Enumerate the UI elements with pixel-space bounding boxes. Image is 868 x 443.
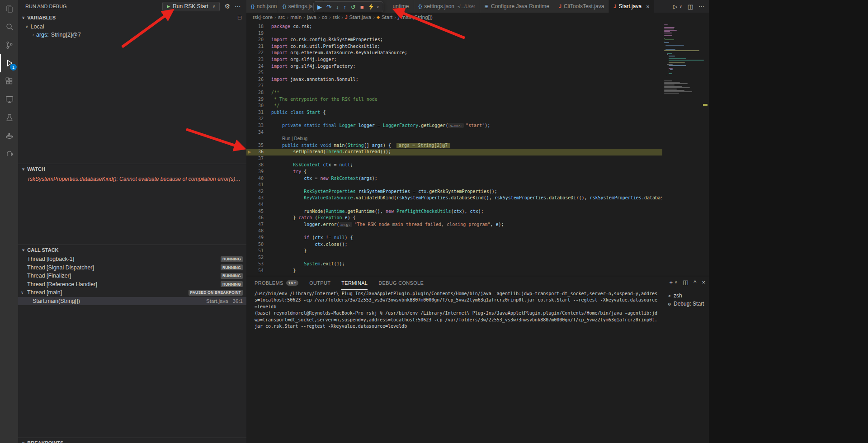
step-over-button[interactable]: ↷: [326, 4, 331, 10]
code-line-46[interactable]: 46 } catch (Exception e) {: [246, 215, 662, 222]
call-stack-thread[interactable]: Thread [Finalizer]RUNNING: [18, 272, 246, 280]
code-line-30[interactable]: 30 */: [246, 103, 662, 109]
code-line-21[interactable]: 21import co.rsk.util.PreflightChecksUtil…: [246, 43, 662, 50]
more-actions-icon[interactable]: ⋯: [235, 3, 241, 10]
chevron-down-icon[interactable]: ∨: [675, 280, 677, 284]
hot-code-replace-button[interactable]: [368, 4, 374, 10]
continue-button[interactable]: ▶: [317, 4, 322, 10]
more-actions-icon[interactable]: ⋯: [698, 3, 704, 10]
run-file-button[interactable]: ▷: [673, 3, 678, 10]
watch-section-header[interactable]: ∨ WATCH: [18, 164, 246, 174]
code-line-50[interactable]: 50 ctx.close();: [246, 241, 662, 248]
call-stack-thread[interactable]: Thread [Signal Dispatcher]RUNNING: [18, 264, 246, 272]
split-editor-icon[interactable]: ◫: [688, 3, 693, 10]
code-line-31[interactable]: 31public class Start {: [246, 109, 662, 116]
tab-start-java[interactable]: JStart.java×: [609, 0, 654, 13]
code-line-34[interactable]: 34: [246, 129, 662, 136]
code-editor[interactable]: 18package co.rsk;1920import co.rsk.confi…: [246, 22, 709, 276]
panel-tab-debug-console[interactable]: DEBUG CONSOLE: [378, 276, 424, 290]
code-line-29[interactable]: 29 * The entrypoint for the RSK full nod…: [246, 96, 662, 103]
panel-tab-output[interactable]: OUTPUT: [309, 276, 330, 290]
code-line-38[interactable]: 38 RskContext ctx = null;: [246, 162, 662, 169]
new-terminal-icon[interactable]: +: [670, 279, 673, 286]
code-line-25[interactable]: 25: [246, 70, 662, 76]
panel-tab-problems[interactable]: PROBLEMS1K+: [255, 276, 298, 290]
run-config-dropdown[interactable]: ▶ Run RSK Start ∨: [162, 2, 220, 11]
code-line-54[interactable]: 54 }: [246, 268, 662, 274]
breadcrumb-item[interactable]: JStart.java: [345, 14, 371, 20]
minimap[interactable]: [662, 24, 702, 94]
variables-section-header[interactable]: ∨ VARIABLES ⊟: [18, 13, 246, 23]
split-terminal-icon[interactable]: ◫: [683, 279, 688, 286]
activity-bar-docker[interactable]: [0, 127, 18, 145]
terminal-list-item[interactable]: ⚙Debug: Start: [664, 300, 709, 308]
activity-bar-source-control[interactable]: [0, 36, 18, 54]
current-line-arrow-icon[interactable]: ▷: [248, 149, 251, 156]
code-line-45[interactable]: 45 runNode(Runtime.getRuntime(), new Pre…: [246, 208, 662, 215]
close-icon[interactable]: ×: [646, 3, 650, 10]
code-line-43[interactable]: 43 KeyValueDataSource.validateDbKind(rsk…: [246, 195, 662, 202]
code-line-26[interactable]: 26import javax.annotation.Nonnull;: [246, 76, 662, 83]
terminal-output[interactable]: /usr/bin/env /Library/Internet\ Plug-Ins…: [255, 291, 660, 330]
call-stack-frame[interactable]: Start.main(String[])Start.java36:1: [18, 297, 246, 306]
code-line-27[interactable]: 27: [246, 83, 662, 90]
call-stack-thread[interactable]: ∨Thread [main]PAUSED ON BREAKPOINT: [18, 288, 246, 297]
code-line-20[interactable]: 20import co.rsk.config.RskSystemProperti…: [246, 37, 662, 43]
code-line-19[interactable]: 19: [246, 30, 662, 37]
step-into-button[interactable]: ↓: [336, 4, 339, 10]
code-line-44[interactable]: 44: [246, 202, 662, 208]
call-stack-section-header[interactable]: ∨ CALL STACK: [18, 245, 246, 255]
code-line-37[interactable]: 37: [246, 156, 662, 162]
activity-bar-gradle[interactable]: [0, 145, 18, 163]
chevron-down-icon[interactable]: ∨: [377, 5, 379, 9]
code-line-41[interactable]: 41: [246, 182, 662, 189]
breadcrumb-item[interactable]: rskj-core: [253, 14, 273, 20]
activity-bar-extensions[interactable]: [0, 72, 18, 90]
gear-icon[interactable]: ⚙: [224, 3, 230, 10]
code-lens-run-debug[interactable]: Run | Debug: [271, 136, 307, 141]
breadcrumb-item[interactable]: ◆Start: [377, 14, 392, 20]
code-line-49[interactable]: 49 if (ctx != null) {: [246, 235, 662, 241]
step-out-button[interactable]: ↑: [343, 4, 346, 10]
code-line-35[interactable]: 35 public static void main(String[] args…: [246, 142, 662, 149]
code-line-24[interactable]: 24import org.slf4j.LoggerFactory;: [246, 63, 662, 70]
code-line-22[interactable]: 22import org.ethereum.datasource.KeyValu…: [246, 50, 662, 57]
code-line-28[interactable]: 28/**: [246, 90, 662, 96]
code-lens-row[interactable]: Run | Debug: [246, 136, 662, 142]
code-line-42[interactable]: 42 RskSystemProperties rskSystemProperti…: [246, 189, 662, 195]
watch-expression[interactable]: rskSystemProperties.databaseKind(): Cann…: [28, 176, 242, 182]
activity-bar-testing[interactable]: [0, 108, 18, 127]
variables-scope-local[interactable]: ∨ Local: [18, 23, 246, 31]
code-line-18[interactable]: 18package co.rsk;: [246, 24, 662, 30]
activity-bar-explorer[interactable]: [0, 0, 18, 18]
code-line-48[interactable]: 48: [246, 228, 662, 235]
terminal-list-item[interactable]: >zsh: [664, 292, 709, 300]
breadcrumb-item[interactable]: java: [307, 14, 316, 20]
tab-settings-json[interactable]: {}settings.json~/.../User: [414, 0, 480, 13]
stop-button[interactable]: ■: [360, 4, 364, 10]
code-line-23[interactable]: 23import org.slf4j.Logger;: [246, 57, 662, 63]
code-line-36[interactable]: ▷36 setUpThread(Thread.currentThread());: [246, 149, 662, 156]
breadcrumb-item[interactable]: src: [278, 14, 285, 20]
call-stack-thread[interactable]: Thread [Reference Handler]RUNNING: [18, 280, 246, 289]
code-line-40[interactable]: 40 ctx = new RskContext(args);: [246, 175, 662, 182]
activity-bar-run-and-debug[interactable]: 1: [0, 54, 18, 72]
code-line-32[interactable]: 32: [246, 116, 662, 123]
breadcrumb-item[interactable]: main: [290, 14, 302, 20]
breakpoints-section-header[interactable]: ∨ BREAKPOINTS: [18, 438, 246, 443]
activity-bar-remote-explorer[interactable]: [0, 90, 18, 108]
code-line-33[interactable]: 33 private static final Logger logger = …: [246, 123, 662, 129]
panel-tab-terminal[interactable]: TERMINAL: [341, 276, 368, 290]
breadcrumb-item[interactable]: rsk: [333, 14, 340, 20]
variable-args[interactable]: › args: String[2]@7: [18, 31, 246, 39]
chevron-down-icon[interactable]: ∨: [679, 5, 682, 9]
maximize-panel-icon[interactable]: ^: [693, 279, 696, 286]
code-line-52[interactable]: 52: [246, 254, 662, 261]
call-stack-thread[interactable]: Thread [logback-1]RUNNING: [18, 255, 246, 264]
tab-configure-java-runtime[interactable]: ⊞Configure Java Runtime: [480, 0, 554, 13]
code-line-39[interactable]: 39 try {: [246, 169, 662, 175]
code-line-53[interactable]: 53 System.exit(1);: [246, 261, 662, 268]
breadcrumb-item[interactable]: co: [322, 14, 327, 20]
close-panel-icon[interactable]: ×: [702, 279, 705, 286]
code-line-51[interactable]: 51 }: [246, 248, 662, 254]
